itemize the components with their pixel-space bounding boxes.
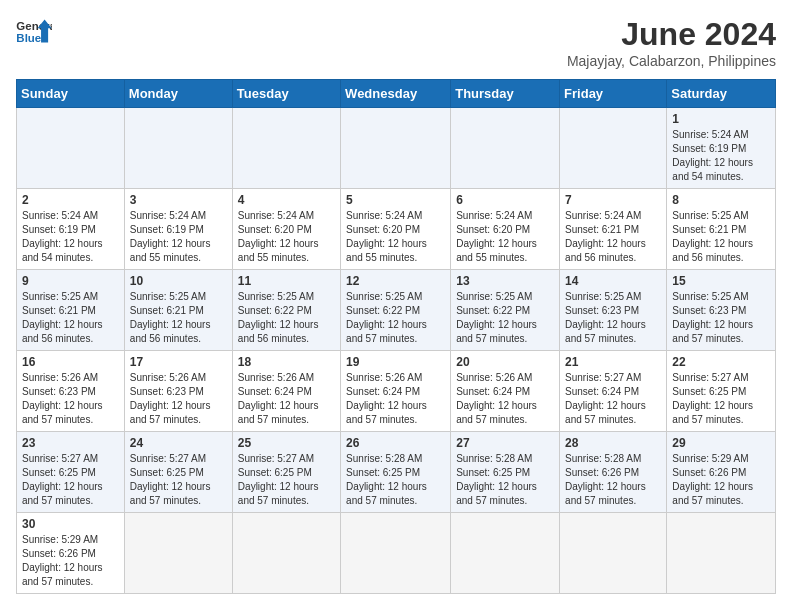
day-number: 21 xyxy=(565,355,661,369)
day-info: Sunrise: 5:25 AM Sunset: 6:22 PM Dayligh… xyxy=(238,290,335,346)
calendar-day-cell: 26Sunrise: 5:28 AM Sunset: 6:25 PM Dayli… xyxy=(341,432,451,513)
day-number: 4 xyxy=(238,193,335,207)
day-info: Sunrise: 5:24 AM Sunset: 6:20 PM Dayligh… xyxy=(456,209,554,265)
day-number: 13 xyxy=(456,274,554,288)
day-info: Sunrise: 5:29 AM Sunset: 6:26 PM Dayligh… xyxy=(672,452,770,508)
calendar-day-cell xyxy=(560,108,667,189)
day-number: 5 xyxy=(346,193,445,207)
calendar-day-cell: 27Sunrise: 5:28 AM Sunset: 6:25 PM Dayli… xyxy=(451,432,560,513)
day-number: 25 xyxy=(238,436,335,450)
weekday-header-row: SundayMondayTuesdayWednesdayThursdayFrid… xyxy=(17,80,776,108)
day-number: 8 xyxy=(672,193,770,207)
calendar-day-cell: 11Sunrise: 5:25 AM Sunset: 6:22 PM Dayli… xyxy=(232,270,340,351)
calendar-day-cell: 8Sunrise: 5:25 AM Sunset: 6:21 PM Daylig… xyxy=(667,189,776,270)
day-number: 10 xyxy=(130,274,227,288)
day-info: Sunrise: 5:24 AM Sunset: 6:20 PM Dayligh… xyxy=(346,209,445,265)
calendar-day-cell xyxy=(17,108,125,189)
calendar-day-cell xyxy=(124,513,232,594)
day-info: Sunrise: 5:28 AM Sunset: 6:25 PM Dayligh… xyxy=(346,452,445,508)
calendar-day-cell xyxy=(232,108,340,189)
day-info: Sunrise: 5:27 AM Sunset: 6:24 PM Dayligh… xyxy=(565,371,661,427)
calendar-day-cell: 14Sunrise: 5:25 AM Sunset: 6:23 PM Dayli… xyxy=(560,270,667,351)
calendar-day-cell: 28Sunrise: 5:28 AM Sunset: 6:26 PM Dayli… xyxy=(560,432,667,513)
calendar-day-cell: 1Sunrise: 5:24 AM Sunset: 6:19 PM Daylig… xyxy=(667,108,776,189)
calendar-day-cell xyxy=(451,513,560,594)
calendar-day-cell xyxy=(124,108,232,189)
calendar-day-cell xyxy=(451,108,560,189)
day-info: Sunrise: 5:25 AM Sunset: 6:21 PM Dayligh… xyxy=(22,290,119,346)
day-number: 12 xyxy=(346,274,445,288)
calendar-day-cell: 7Sunrise: 5:24 AM Sunset: 6:21 PM Daylig… xyxy=(560,189,667,270)
calendar-day-cell: 13Sunrise: 5:25 AM Sunset: 6:22 PM Dayli… xyxy=(451,270,560,351)
calendar-day-cell xyxy=(667,513,776,594)
calendar-day-cell xyxy=(341,513,451,594)
calendar-day-cell: 30Sunrise: 5:29 AM Sunset: 6:26 PM Dayli… xyxy=(17,513,125,594)
day-info: Sunrise: 5:26 AM Sunset: 6:23 PM Dayligh… xyxy=(130,371,227,427)
calendar-day-cell xyxy=(341,108,451,189)
day-number: 14 xyxy=(565,274,661,288)
day-number: 2 xyxy=(22,193,119,207)
day-info: Sunrise: 5:27 AM Sunset: 6:25 PM Dayligh… xyxy=(130,452,227,508)
day-number: 27 xyxy=(456,436,554,450)
calendar-day-cell: 29Sunrise: 5:29 AM Sunset: 6:26 PM Dayli… xyxy=(667,432,776,513)
calendar-day-cell: 25Sunrise: 5:27 AM Sunset: 6:25 PM Dayli… xyxy=(232,432,340,513)
day-number: 20 xyxy=(456,355,554,369)
day-number: 3 xyxy=(130,193,227,207)
day-info: Sunrise: 5:24 AM Sunset: 6:19 PM Dayligh… xyxy=(130,209,227,265)
day-info: Sunrise: 5:28 AM Sunset: 6:26 PM Dayligh… xyxy=(565,452,661,508)
calendar-day-cell: 5Sunrise: 5:24 AM Sunset: 6:20 PM Daylig… xyxy=(341,189,451,270)
weekday-header-monday: Monday xyxy=(124,80,232,108)
day-number: 16 xyxy=(22,355,119,369)
day-number: 29 xyxy=(672,436,770,450)
calendar-week-row: 2Sunrise: 5:24 AM Sunset: 6:19 PM Daylig… xyxy=(17,189,776,270)
day-info: Sunrise: 5:26 AM Sunset: 6:23 PM Dayligh… xyxy=(22,371,119,427)
calendar-day-cell: 16Sunrise: 5:26 AM Sunset: 6:23 PM Dayli… xyxy=(17,351,125,432)
weekday-header-thursday: Thursday xyxy=(451,80,560,108)
day-number: 1 xyxy=(672,112,770,126)
calendar-day-cell: 19Sunrise: 5:26 AM Sunset: 6:24 PM Dayli… xyxy=(341,351,451,432)
calendar-week-row: 23Sunrise: 5:27 AM Sunset: 6:25 PM Dayli… xyxy=(17,432,776,513)
day-info: Sunrise: 5:26 AM Sunset: 6:24 PM Dayligh… xyxy=(346,371,445,427)
day-number: 18 xyxy=(238,355,335,369)
calendar-day-cell: 15Sunrise: 5:25 AM Sunset: 6:23 PM Dayli… xyxy=(667,270,776,351)
day-info: Sunrise: 5:27 AM Sunset: 6:25 PM Dayligh… xyxy=(22,452,119,508)
day-info: Sunrise: 5:26 AM Sunset: 6:24 PM Dayligh… xyxy=(456,371,554,427)
weekday-header-friday: Friday xyxy=(560,80,667,108)
calendar-day-cell xyxy=(560,513,667,594)
day-info: Sunrise: 5:24 AM Sunset: 6:19 PM Dayligh… xyxy=(672,128,770,184)
calendar-day-cell: 9Sunrise: 5:25 AM Sunset: 6:21 PM Daylig… xyxy=(17,270,125,351)
day-number: 7 xyxy=(565,193,661,207)
calendar-day-cell: 24Sunrise: 5:27 AM Sunset: 6:25 PM Dayli… xyxy=(124,432,232,513)
calendar-day-cell: 23Sunrise: 5:27 AM Sunset: 6:25 PM Dayli… xyxy=(17,432,125,513)
title-area: June 2024 Majayjay, Calabarzon, Philippi… xyxy=(567,16,776,69)
day-info: Sunrise: 5:24 AM Sunset: 6:19 PM Dayligh… xyxy=(22,209,119,265)
day-info: Sunrise: 5:29 AM Sunset: 6:26 PM Dayligh… xyxy=(22,533,119,589)
calendar-day-cell: 18Sunrise: 5:26 AM Sunset: 6:24 PM Dayli… xyxy=(232,351,340,432)
calendar-day-cell xyxy=(232,513,340,594)
calendar-week-row: 9Sunrise: 5:25 AM Sunset: 6:21 PM Daylig… xyxy=(17,270,776,351)
weekday-header-wednesday: Wednesday xyxy=(341,80,451,108)
logo: General Blue xyxy=(16,16,52,46)
logo-icon: General Blue xyxy=(16,16,52,46)
svg-text:Blue: Blue xyxy=(16,32,41,44)
weekday-header-sunday: Sunday xyxy=(17,80,125,108)
day-info: Sunrise: 5:28 AM Sunset: 6:25 PM Dayligh… xyxy=(456,452,554,508)
day-info: Sunrise: 5:24 AM Sunset: 6:20 PM Dayligh… xyxy=(238,209,335,265)
day-number: 6 xyxy=(456,193,554,207)
calendar-day-cell: 2Sunrise: 5:24 AM Sunset: 6:19 PM Daylig… xyxy=(17,189,125,270)
day-number: 11 xyxy=(238,274,335,288)
calendar-table: SundayMondayTuesdayWednesdayThursdayFrid… xyxy=(16,79,776,594)
calendar-day-cell: 10Sunrise: 5:25 AM Sunset: 6:21 PM Dayli… xyxy=(124,270,232,351)
day-number: 28 xyxy=(565,436,661,450)
day-info: Sunrise: 5:24 AM Sunset: 6:21 PM Dayligh… xyxy=(565,209,661,265)
day-number: 23 xyxy=(22,436,119,450)
day-info: Sunrise: 5:27 AM Sunset: 6:25 PM Dayligh… xyxy=(672,371,770,427)
calendar-week-row: 16Sunrise: 5:26 AM Sunset: 6:23 PM Dayli… xyxy=(17,351,776,432)
header: General Blue June 2024 Majayjay, Calabar… xyxy=(16,16,776,69)
calendar-day-cell: 12Sunrise: 5:25 AM Sunset: 6:22 PM Dayli… xyxy=(341,270,451,351)
day-number: 19 xyxy=(346,355,445,369)
weekday-header-tuesday: Tuesday xyxy=(232,80,340,108)
calendar-day-cell: 20Sunrise: 5:26 AM Sunset: 6:24 PM Dayli… xyxy=(451,351,560,432)
day-info: Sunrise: 5:25 AM Sunset: 6:22 PM Dayligh… xyxy=(456,290,554,346)
location-subtitle: Majayjay, Calabarzon, Philippines xyxy=(567,53,776,69)
